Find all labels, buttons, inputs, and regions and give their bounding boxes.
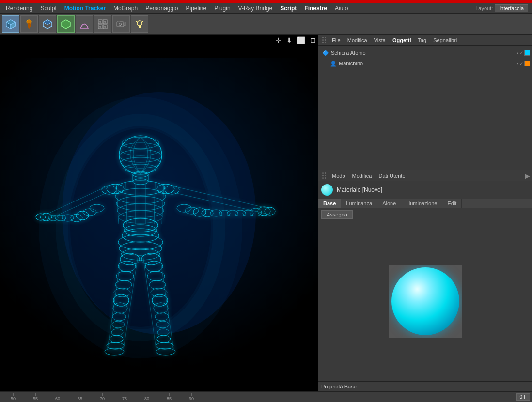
right-panel: File Modifica Vista Oggetti Tag Segnalib… [318,35,532,391]
select-tool-button[interactable] [39,15,56,33]
manichino-ctrl2: ✓ [519,61,523,66]
menu-mograph[interactable]: MoGraph [110,4,141,13]
tick-90: 90 [180,393,203,401]
tick-line [102,393,103,396]
tick-80: 80 [136,393,158,401]
svg-marker-19 [124,22,125,26]
move-tool-button[interactable] [57,15,75,33]
tick-75: 75 [113,393,136,401]
props-menu-dati[interactable]: Dati Utente [376,172,408,180]
schiera-ctrl2: ✓ [519,50,523,56]
svg-marker-9 [62,20,70,29]
tab-luminanza[interactable]: Luminanza [341,199,377,208]
svg-rect-24 [139,27,141,28]
menu-sculpt[interactable]: Sculpt [36,4,60,13]
svg-line-26 [136,21,137,22]
svg-rect-21 [118,21,120,22]
obj-menu-file[interactable]: File [329,36,344,44]
assegna-button[interactable]: Assegna [321,210,353,219]
schiera-name: Schiera Atomo [331,50,515,56]
shape-tool-button[interactable] [76,15,93,33]
manichino-color[interactable] [524,61,530,66]
menu-aiuto[interactable]: Aiuto [331,4,352,13]
assegna-row: Assegna [318,208,532,221]
menu-motion-tracker[interactable]: Motion Tracker [61,4,110,13]
schiera-controls: ▪ ✓ [516,50,530,56]
viewport-toolbar: ✛ ⬇ ⬜ ⊡ [273,35,318,46]
tick-line [80,393,80,396]
schiera-ctrl1: ▪ [516,50,518,56]
schiera-color[interactable] [524,50,530,56]
tick-60: 60 [47,393,69,401]
grid-tool-button[interactable] [94,15,111,33]
svg-line-27 [142,21,143,22]
object-row-manichino[interactable]: 👤 Manichino ▪ ✓ [320,58,530,69]
menu-finestre[interactable]: Finestre [300,4,331,13]
tab-edit[interactable]: Edit [442,199,462,208]
toolbar [0,14,532,35]
tick-line [147,393,147,396]
camera-tool-button[interactable] [112,15,130,33]
layout-button[interactable]: Interfaccia [495,4,528,12]
tick-70: 70 [91,393,113,401]
svg-point-14 [99,21,101,23]
tick-line [169,393,170,396]
menu-pipeline[interactable]: Pipeline [182,4,211,13]
viewport-expand-icon[interactable]: ⬜ [296,36,307,45]
menu-personaggio[interactable]: Personaggio [141,4,182,13]
cube-tool-button[interactable] [2,15,19,33]
menu-bar: Rendering Sculpt Motion Tracker MoGraph … [0,3,532,14]
material-sphere-small [321,184,333,196]
tick-line [13,393,14,396]
tick-50: 50 [2,393,24,401]
light-tool-button[interactable] [131,15,148,33]
pen-tool-button[interactable] [20,15,38,33]
tick-line [58,393,58,396]
manichino-icon: 👤 [330,61,337,67]
props-drag-handle [320,171,328,180]
obj-menu-vista[interactable]: Vista [371,36,389,44]
svg-rect-23 [139,26,141,27]
objects-drag-handle [320,36,328,44]
tab-base[interactable]: Base [318,199,341,208]
tab-illuminazione[interactable]: Illuminazione [401,199,442,208]
timeline-scale: 50 55 60 65 70 75 80 85 [2,392,515,402]
viewport-settings-icon[interactable]: ⊡ [309,36,317,45]
schiera-icon: 🔷 [322,50,329,56]
manichino-name: Manichino [339,61,515,66]
obj-menu-oggetti[interactable]: Oggetti [390,36,414,44]
props-arrow-icon[interactable]: ▶ [525,172,530,180]
props-menu-modifica[interactable]: Modifica [349,172,375,180]
obj-menu-tag[interactable]: Tag [415,36,429,44]
layout-label: Layout: [475,5,493,11]
props-menu-modo[interactable]: Modo [329,172,348,180]
timeline: 50 55 60 65 70 75 80 85 [0,391,532,402]
svg-point-15 [104,21,106,23]
objects-panel: File Modifica Vista Oggetti Tag Segnalib… [318,35,532,170]
main-area: ✛ ⬇ ⬜ ⊡ [0,35,532,391]
viewport[interactable]: ✛ ⬇ ⬜ ⊡ [0,35,318,391]
viewport-down-icon[interactable]: ⬇ [285,36,294,45]
svg-rect-5 [28,23,31,27]
objects-menu-bar: File Modifica Vista Oggetti Tag Segnalib… [318,35,532,46]
menu-rendering[interactable]: Rendering [2,4,36,13]
viewport-move-icon[interactable]: ✛ [274,36,283,45]
tick-line [125,393,125,396]
tab-alone[interactable]: Alone [377,199,401,208]
menu-vray[interactable]: V-Ray Bridge [235,4,277,13]
material-sphere-preview [391,267,459,335]
obj-menu-modifica[interactable]: Modifica [344,36,370,44]
tick-line [35,393,36,396]
material-preview [389,265,462,338]
menu-plugin[interactable]: Plugin [210,4,234,13]
obj-menu-segnalibri[interactable]: Segnalibri [430,36,460,44]
menu-script[interactable]: Script [276,4,300,13]
objects-list: 🔷 Schiera Atomo ▪ ✓ 👤 Manichino ▪ ✓ [318,46,532,71]
svg-point-22 [137,21,142,26]
material-name: Materiale [Nuovo] [337,186,382,193]
tick-line [191,393,192,396]
object-row-schiera[interactable]: 🔷 Schiera Atomo ▪ ✓ [320,47,530,58]
tick-85: 85 [158,393,180,401]
svg-marker-8 [43,20,52,25]
frame-indicator[interactable]: 0 F [516,393,530,401]
